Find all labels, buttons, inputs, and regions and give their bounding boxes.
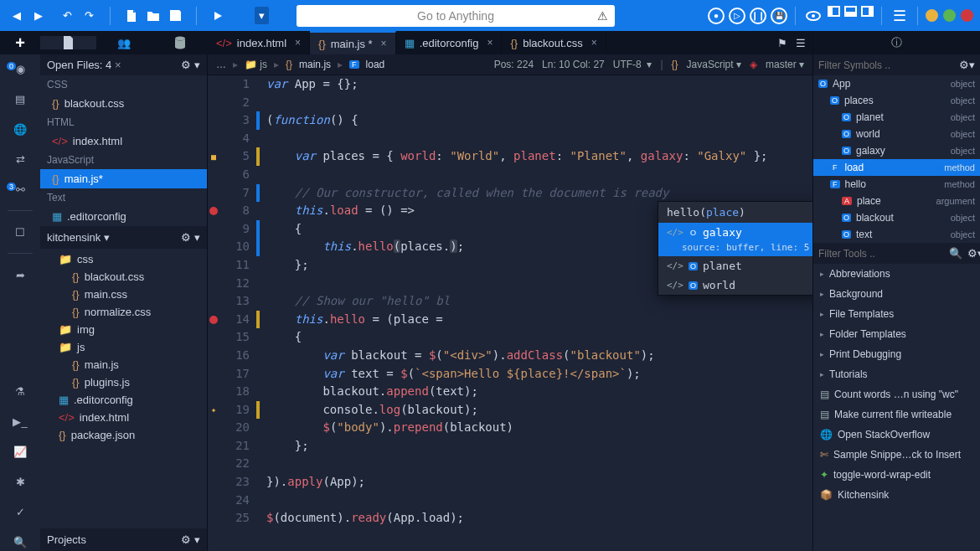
line-number[interactable]: 6 [219,166,250,184]
rail-check-icon[interactable]: ✓ [9,502,31,521]
gutter-mark[interactable] [208,238,219,256]
line-number[interactable]: 7 [219,184,250,203]
undo-button[interactable]: ↶ [57,6,77,26]
line-number[interactable]: 14 [219,311,250,329]
symbol-item[interactable]: OAppobject [813,75,980,92]
tree-file[interactable]: {}normalize.css [40,303,207,321]
filter-symbols-input[interactable] [818,59,954,71]
line-number[interactable]: 8 [219,202,250,220]
redo-button[interactable]: ↷ [79,6,99,26]
line-number[interactable]: 19 [219,401,250,420]
crumb-file[interactable]: main.js [299,59,331,70]
line-number[interactable]: 12 [219,275,250,293]
symbol-item[interactable]: Ogalaxyobject [813,142,980,159]
line-number[interactable]: 24 [219,492,250,510]
tool-item[interactable]: 📦Kitchensink [813,485,980,505]
rail-panel-icon[interactable]: ☐ [9,223,31,241]
code-line[interactable]: var App = {}; [266,75,812,94]
gutter-mark[interactable] [208,328,219,347]
new-tab-button[interactable]: + [10,33,30,53]
line-number[interactable]: 25 [219,509,250,528]
line-number[interactable]: 10 [219,238,250,256]
gear-icon[interactable]: ⚙ ▾ [181,231,200,244]
gutter-mark[interactable] [208,347,219,365]
file-tab[interactable]: </>index.html× [208,31,310,54]
line-number[interactable]: 13 [219,292,250,311]
code-line[interactable] [266,166,812,184]
symbol-item[interactable]: Fhellomethod [813,176,980,193]
gutter-mark[interactable] [208,437,219,456]
rail-lines-icon[interactable]: ▤ [9,90,31,108]
maximize-icon[interactable] [943,9,956,22]
save-macro-button[interactable]: 💾 [771,8,787,24]
line-number[interactable]: 1 [219,75,250,94]
tool-item[interactable]: 🌐Open StackOverflow [813,425,980,445]
tree-file[interactable]: {}main.js [40,356,207,373]
file-tab[interactable]: {}main.js *× [310,31,396,54]
gutter-mark[interactable] [208,509,219,528]
rail-branch-icon[interactable]: 3⚯ [9,180,31,198]
line-number[interactable]: 23 [219,473,250,492]
gutter-mark[interactable] [208,455,219,473]
line-number[interactable]: 20 [219,419,250,437]
code-line[interactable]: this.hello = (place = [266,311,812,329]
tree-folder[interactable]: 📁js [40,338,207,356]
rail-star-icon[interactable]: ✱ [9,472,31,491]
symbol-item[interactable]: Floadmethod [813,159,980,176]
line-number[interactable]: 17 [219,365,250,384]
gear-icon[interactable]: ⚙ ▾ [181,59,200,71]
tree-file[interactable]: ▦.editorconfig [40,391,207,409]
branch-dropdown[interactable]: master ▾ [766,59,804,70]
gutter-mark[interactable] [208,166,219,184]
dropdown-button[interactable]: ▾ [251,6,271,26]
close-icon[interactable]: × [115,59,121,71]
autocomplete-item[interactable]: </>Ogalaxyobject [658,223,812,242]
line-number[interactable]: 2 [219,94,250,112]
code-line[interactable]: var text = $(`<span>Hello ${place}!</spa… [266,365,812,384]
projects-footer[interactable]: Projects ⚙ ▾ [40,528,207,551]
code-line[interactable]: console.log(blackout); [266,401,812,420]
new-file-button[interactable] [121,6,142,26]
gear-icon[interactable]: ⚙▾ [967,247,980,260]
sidebar-tab-files[interactable] [40,36,96,49]
code-line[interactable]: $("body").prepend(blackout) [266,419,812,437]
view-eye-icon[interactable] [803,6,823,26]
tree-folder[interactable]: 📁img [40,321,207,338]
gutter-mark[interactable] [208,292,219,311]
tab-list-icon[interactable]: ☰ [796,37,806,49]
line-number[interactable]: 21 [219,437,250,456]
gutter-mark[interactable] [208,220,219,239]
open-file-item[interactable]: </>index.html [40,131,207,151]
crumb-symbol[interactable]: load [366,59,385,70]
code-line[interactable]: }).apply(App); [266,473,812,492]
rail-globe-icon[interactable]: 🌐 [9,120,31,138]
line-number[interactable]: 11 [219,256,250,275]
goto-anything-input[interactable]: Go to Anything ⚠ [297,5,615,27]
layout-left-icon[interactable] [828,6,840,17]
code-line[interactable]: var places = { world: "World", planet: "… [266,147,812,166]
pause-macro-button[interactable]: ❙❙ [750,8,766,24]
file-tab[interactable]: ▦.editorconfig× [396,31,503,54]
nav-fwd-button[interactable]: ▶ [28,6,49,26]
rail-sync-icon[interactable]: ⇄ [9,150,31,168]
crumb-ellipsis[interactable]: … [216,59,226,70]
gutter-mark[interactable]: ✦ [208,401,219,420]
tool-item[interactable]: ▤Make current file writeable [813,404,980,425]
rail-search-icon[interactable]: 🔍 [9,533,31,551]
code-line[interactable]: // Our constructor, called when the docu… [266,184,812,203]
close-icon[interactable]: × [487,37,493,49]
gutter-mark[interactable] [208,202,219,220]
close-icon[interactable]: × [591,37,597,49]
layout-bottom-icon[interactable] [844,6,857,17]
tool-item[interactable]: ▤Count words …n using "wc" [813,384,980,404]
tree-file[interactable]: {}plugins.js [40,373,207,391]
line-number[interactable]: 16 [219,347,250,365]
tool-category[interactable]: ▸File Templates [813,304,980,324]
autocomplete-item[interactable]: </>Oworldobject [658,276,812,295]
gutter-mark[interactable] [208,383,219,401]
gutter-mark[interactable]: ■ [208,147,219,166]
tree-folder[interactable]: 📁css [40,250,207,268]
line-number[interactable]: 3 [219,111,250,130]
gutter-mark[interactable] [208,256,219,275]
gutter-mark[interactable] [208,75,219,94]
